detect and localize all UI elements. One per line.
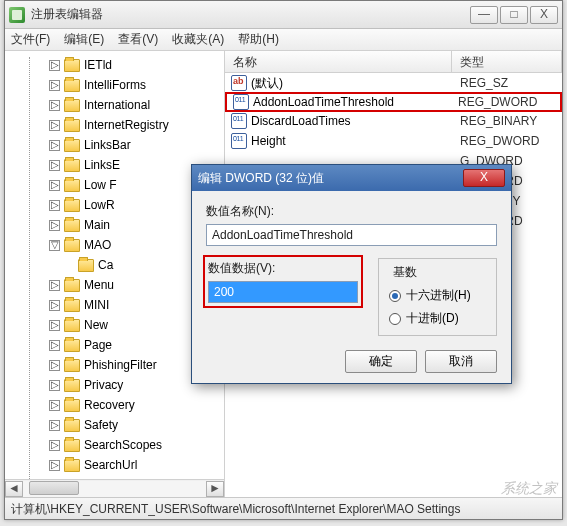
tree-node[interactable]: ▷IntelliForms <box>15 75 224 95</box>
tree-label: LinksBar <box>84 138 131 152</box>
radio-hex[interactable] <box>389 290 401 302</box>
expand-icon[interactable]: ▷ <box>49 340 60 351</box>
menu-favorites[interactable]: 收藏夹(A) <box>172 31 224 48</box>
expand-icon[interactable]: ▷ <box>49 460 60 471</box>
menubar: 文件(F) 编辑(E) 查看(V) 收藏夹(A) 帮助(H) <box>5 29 562 51</box>
expand-icon[interactable]: ▷ <box>49 280 60 291</box>
list-row[interactable]: HeightREG_DWORD <box>225 131 562 151</box>
menu-help[interactable]: 帮助(H) <box>238 31 279 48</box>
value-icon <box>233 94 249 110</box>
scroll-thumb[interactable] <box>29 481 79 495</box>
value-type: REG_BINARY <box>452 114 562 128</box>
base-legend: 基数 <box>389 264 421 281</box>
folder-icon <box>64 319 80 332</box>
expand-icon[interactable]: ▷ <box>49 380 60 391</box>
menu-view[interactable]: 查看(V) <box>118 31 158 48</box>
expand-icon[interactable]: ▷ <box>49 60 60 71</box>
ok-button[interactable]: 确定 <box>345 350 417 373</box>
minimize-button[interactable]: — <box>470 6 498 24</box>
tree-hscrollbar[interactable]: ◄ ► <box>5 479 224 497</box>
tree-node[interactable]: ▷InternetRegistry <box>15 115 224 135</box>
list-row[interactable]: (默认)REG_SZ <box>225 73 562 93</box>
value-name: DiscardLoadTimes <box>251 114 351 128</box>
scroll-right-icon[interactable]: ► <box>206 481 224 497</box>
tree-label: LowR <box>84 198 115 212</box>
edit-dword-dialog: 编辑 DWORD (32 位)值 X 数值名称(N): 数值数据(V): 基数 … <box>191 164 512 384</box>
tree-node[interactable]: ▷IETld <box>15 55 224 75</box>
radio-dec-label: 十进制(D) <box>406 310 459 327</box>
expand-icon[interactable]: ▷ <box>49 100 60 111</box>
expand-icon[interactable]: ▷ <box>49 160 60 171</box>
radio-hex-row[interactable]: 十六进制(H) <box>389 287 486 304</box>
value-data-input[interactable] <box>208 281 358 303</box>
radio-hex-label: 十六进制(H) <box>406 287 471 304</box>
radio-dec[interactable] <box>389 313 401 325</box>
value-name: (默认) <box>251 75 283 92</box>
tree-label: Privacy <box>84 378 123 392</box>
expand-icon[interactable]: ▷ <box>49 180 60 191</box>
tree-label: Recovery <box>84 398 135 412</box>
dialog-title: 编辑 DWORD (32 位)值 <box>198 170 463 187</box>
tree-label: Ca <box>98 258 113 272</box>
folder-icon <box>64 419 80 432</box>
folder-icon <box>64 119 80 132</box>
value-name-input[interactable] <box>206 224 497 246</box>
maximize-button[interactable]: □ <box>500 6 528 24</box>
tree-label: Low F <box>84 178 117 192</box>
tree-node[interactable]: ▷LinksBar <box>15 135 224 155</box>
base-fieldset: 基数 十六进制(H) 十进制(D) <box>378 258 497 336</box>
folder-icon <box>64 379 80 392</box>
folder-icon <box>64 239 80 252</box>
radio-dec-row[interactable]: 十进制(D) <box>389 310 486 327</box>
expand-icon[interactable]: ▷ <box>49 300 60 311</box>
tree-node[interactable]: ▷SearchScopes <box>15 435 224 455</box>
menu-edit[interactable]: 编辑(E) <box>64 31 104 48</box>
expand-icon[interactable]: ▷ <box>49 120 60 131</box>
scroll-track[interactable] <box>23 481 206 497</box>
expand-icon[interactable]: ▷ <box>49 320 60 331</box>
column-name[interactable]: 名称 <box>225 51 452 72</box>
tree-node[interactable]: ▷SearchUrl <box>15 455 224 475</box>
list-row[interactable]: AddonLoadTimeThresholdREG_DWORD <box>225 92 562 112</box>
folder-icon <box>64 99 80 112</box>
folder-icon <box>64 179 80 192</box>
value-icon <box>231 113 247 129</box>
tree-label: Page <box>84 338 112 352</box>
value-name-label: 数值名称(N): <box>206 203 497 220</box>
tree-label: MAO <box>84 238 111 252</box>
value-icon <box>231 75 247 91</box>
titlebar[interactable]: 注册表编辑器 — □ X <box>5 1 562 29</box>
expand-icon[interactable]: ▷ <box>49 420 60 431</box>
tree-node[interactable]: ▷Recovery <box>15 395 224 415</box>
folder-icon <box>64 279 80 292</box>
list-header: 名称 类型 <box>225 51 562 73</box>
column-type[interactable]: 类型 <box>452 51 562 72</box>
tree-node[interactable]: ▷International <box>15 95 224 115</box>
tree-node[interactable]: ▷Safety <box>15 415 224 435</box>
close-button[interactable]: X <box>530 6 558 24</box>
value-name: Height <box>251 134 286 148</box>
expand-icon[interactable]: ▷ <box>49 220 60 231</box>
expand-icon[interactable]: ▽ <box>49 240 60 251</box>
dialog-titlebar[interactable]: 编辑 DWORD (32 位)值 X <box>192 165 511 191</box>
value-type: REG_DWORD <box>450 95 560 109</box>
expand-icon[interactable]: ▷ <box>49 440 60 451</box>
value-type: REG_DWORD <box>452 134 562 148</box>
folder-icon <box>64 299 80 312</box>
expand-icon[interactable]: ▷ <box>49 140 60 151</box>
folder-icon <box>64 399 80 412</box>
folder-icon <box>78 259 94 272</box>
dialog-close-button[interactable]: X <box>463 169 505 187</box>
scroll-left-icon[interactable]: ◄ <box>5 481 23 497</box>
expand-icon[interactable]: ▷ <box>49 80 60 91</box>
list-row[interactable]: DiscardLoadTimesREG_BINARY <box>225 111 562 131</box>
expand-icon[interactable]: ▷ <box>49 200 60 211</box>
window-title: 注册表编辑器 <box>31 6 470 23</box>
folder-icon <box>64 159 80 172</box>
expand-icon[interactable]: ▷ <box>49 360 60 371</box>
expand-icon[interactable]: ▷ <box>49 400 60 411</box>
folder-icon <box>64 359 80 372</box>
value-type: REG_SZ <box>452 76 562 90</box>
menu-file[interactable]: 文件(F) <box>11 31 50 48</box>
cancel-button[interactable]: 取消 <box>425 350 497 373</box>
